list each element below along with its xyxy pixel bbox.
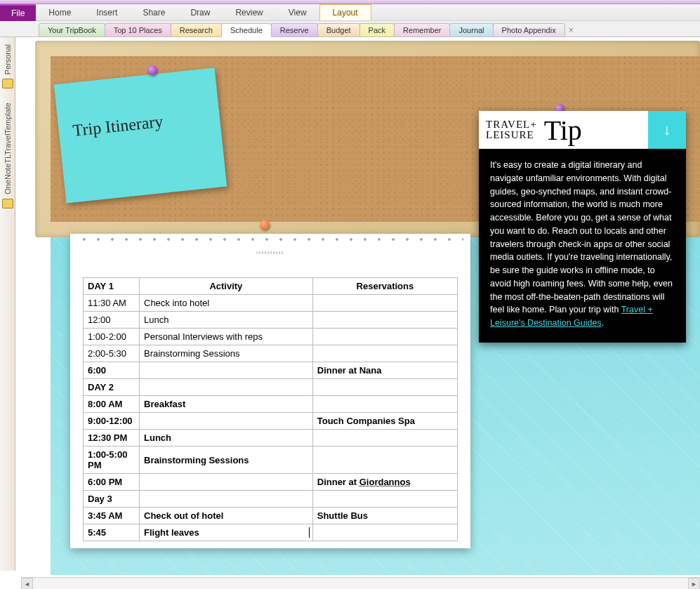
tab-top10[interactable]: Top 10 Places [105,23,171,37]
ribbon-tab-home[interactable]: Home [36,5,84,20]
cell-time[interactable]: 5:45 [84,524,140,541]
table-row[interactable]: 12:00Lunch [84,312,458,329]
table-row[interactable]: 6:00 PMDinner at Giordannos [84,474,458,491]
cell-time[interactable]: 2:00-5:30 [84,345,140,362]
cell-reservations[interactable]: Dinner at Giordannos [312,474,457,491]
table-row[interactable]: 11:30 AMCheck into hotel [84,295,458,312]
pushpin-icon [260,220,270,230]
cell-reservations[interactable] [312,524,457,541]
tip-body-text: It's easy to create a digital itinerary … [479,149,686,343]
down-arrow-icon[interactable]: ↓ [648,111,686,149]
tab-research[interactable]: Research [171,23,222,37]
cell-reservations[interactable]: Shuttle Bus [312,508,457,524]
table-row[interactable]: 5:45Flight leaves [84,524,458,541]
cell-reservations[interactable] [312,396,457,413]
cell-activity[interactable] [140,413,313,430]
side-label-personal[interactable]: Personal [4,44,12,74]
table-row[interactable]: 9:00-12:00Touch Companies Spa [84,413,458,430]
cell-time[interactable]: 11:30 AM [84,295,140,312]
cell-reservations[interactable] [312,345,457,362]
ribbon-tab-review[interactable]: Review [223,5,275,20]
cell-activity[interactable]: Flight leaves [140,524,313,541]
ribbon-tab-draw[interactable]: Draw [178,5,223,20]
tab-journal[interactable]: Journal [449,23,493,37]
cell-activity[interactable]: Brainstorming Sessions [140,446,313,474]
ribbon-tab-share[interactable]: Share [130,5,178,20]
cell-time[interactable]: 1:00-2:00 [84,329,140,345]
itinerary-table[interactable]: DAY 1 Activity Reservations 11:30 AMChec… [83,277,458,541]
cell-time[interactable]: 1:00-5:00 PM [84,446,140,474]
table-row[interactable]: 1:00-2:00Personal Interviews with reps [84,329,458,345]
tab-remember[interactable]: Remember [394,23,450,37]
cell-reservations[interactable] [312,379,457,396]
cell-time[interactable]: 6:00 [84,362,140,379]
cell-reservations[interactable]: Touch Companies Spa [312,413,457,430]
tab-pack[interactable]: Pack [359,23,395,37]
page-canvas[interactable]: THE WORLD: POLITICAL Trip Itinerary DAY … [21,37,700,575]
cell-reservations[interactable]: Dinner at Nana [312,362,457,379]
table-row[interactable]: 6:00Dinner at Nana [84,362,458,379]
table-row[interactable]: 8:00 AMBreakfast [84,396,458,413]
cell-time[interactable]: 6:00 PM [84,474,140,491]
horizontal-scrollbar[interactable]: ◄ ► [21,577,700,589]
table-row[interactable]: DAY 2 [84,379,458,396]
cell-reservations[interactable] [312,491,457,508]
cell-time[interactable]: 12:00 [84,312,140,329]
travel-leisure-logo: TRAVEL+ LEISURE [479,115,541,145]
ribbon-file-tab[interactable]: File [0,4,36,21]
table-row[interactable]: Day 3 [84,491,458,508]
tip-panel[interactable]: TRAVEL+ LEISURE Tip ↓ It's easy to creat… [479,111,686,343]
ribbon-tab-view[interactable]: View [276,5,319,20]
cell-activity[interactable]: Brainstorming Sessions [140,345,313,362]
table-row[interactable]: 12:30 PMLunch [84,430,458,446]
sticky-note[interactable]: Trip Itinerary [54,67,227,203]
side-panel: Personal OneNoteTLTravelTemplate [0,37,15,571]
ribbon-tab-layout[interactable]: Layout [319,4,371,20]
cell-activity[interactable] [140,379,313,396]
tab-close-icon[interactable]: × [564,24,578,37]
cell-reservations[interactable] [312,446,457,474]
notebook-icon[interactable] [2,79,13,88]
table-header-day: DAY 1 [84,278,140,295]
cell-reservations[interactable] [312,312,457,329]
table-header-activity: Activity [140,278,313,295]
scroll-left-icon[interactable]: ◄ [21,578,33,589]
notepad-sheet[interactable]: DAY 1 Activity Reservations 11:30 AMChec… [70,234,470,548]
cell-activity[interactable] [140,491,313,508]
tab-tripbook[interactable]: Your TripBook [39,23,105,37]
scroll-track[interactable] [33,578,688,589]
cell-time[interactable]: 12:30 PM [84,430,140,446]
cell-time[interactable]: DAY 2 [84,379,140,396]
cell-time[interactable]: 9:00-12:00 [84,413,140,430]
cell-activity[interactable]: Check into hotel [140,295,313,312]
cell-time[interactable]: Day 3 [84,491,140,508]
table-row[interactable]: 1:00-5:00 PMBrainstorming Sessions [84,446,458,474]
scroll-right-icon[interactable]: ► [688,578,700,589]
cell-reservations[interactable] [312,430,457,446]
tip-header: TRAVEL+ LEISURE Tip ↓ [479,111,686,149]
cell-time[interactable]: 8:00 AM [84,396,140,413]
cell-activity[interactable]: Check out of hotel [140,508,313,524]
cell-activity[interactable] [140,362,313,379]
container-handle[interactable] [70,249,470,256]
tab-schedule[interactable]: Schedule [221,23,272,37]
ribbon-tab-insert[interactable]: Insert [84,5,130,20]
cell-reservations[interactable] [312,295,457,312]
cell-reservations[interactable] [312,329,457,345]
table-row[interactable]: 3:45 AMCheck out of hotelShuttle Bus [84,508,458,524]
pushpin-icon [147,65,157,75]
cell-time[interactable]: 3:45 AM [84,508,140,524]
notebook-icon[interactable] [2,199,13,209]
tab-budget[interactable]: Budget [317,23,360,37]
tab-photo[interactable]: Photo Appendix [493,23,565,37]
cell-activity[interactable]: Personal Interviews with reps [140,329,313,345]
cell-activity[interactable]: Lunch [140,312,313,329]
cell-activity[interactable]: Lunch [140,430,313,446]
table-row[interactable]: 2:00-5:30Brainstorming Sessions [84,345,458,362]
cell-activity[interactable] [140,474,313,491]
sticky-note-text: Trip Itinerary [72,107,210,140]
side-label-template[interactable]: OneNoteTLTravelTemplate [4,102,12,194]
cell-activity[interactable]: Breakfast [140,396,313,413]
tab-reserve[interactable]: Reserve [271,23,318,37]
notepad-torn-edge [70,234,470,249]
